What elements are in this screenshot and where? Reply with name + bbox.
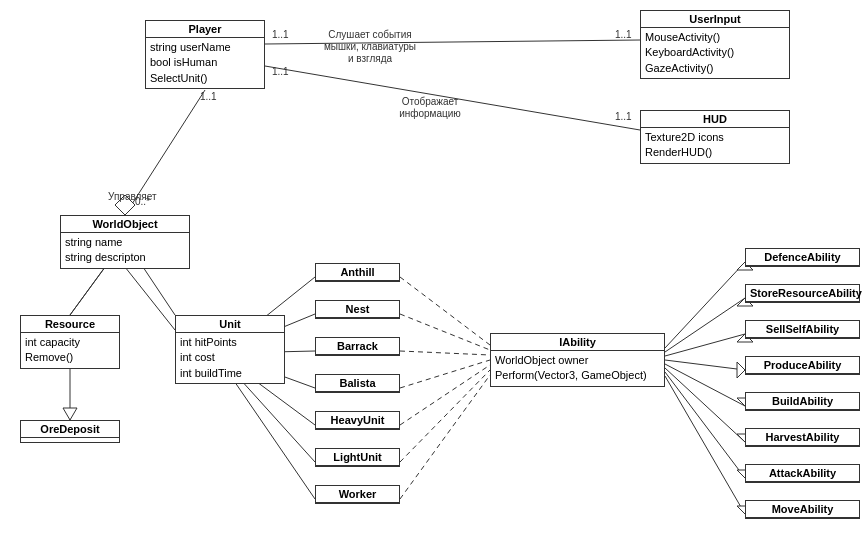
resource-line1: int capacity [25,335,115,350]
unit-line1: int hitPoints [180,335,280,350]
svg-text:мышки, клавиатуры: мышки, клавиатуры [324,41,416,52]
userinput-title: UserInput [641,11,789,28]
produceability-box: ProduceAbility [745,356,860,375]
svg-line-53 [665,372,745,478]
buildability-box: BuildAbility [745,392,860,411]
worldobject-body: string name string descripton [61,233,189,268]
attackability-title: AttackAbility [746,465,859,482]
worker-box: Worker [315,485,400,504]
player-line1: string userName [150,40,260,55]
svg-line-49 [665,364,745,406]
worldobject-line1: string name [65,235,185,250]
svg-text:1..1: 1..1 [615,29,632,40]
attackability-box: AttackAbility [745,464,860,483]
lightunit-title: LightUnit [316,449,399,466]
worldobject-title: WorldObject [61,216,189,233]
resource-title: Resource [21,316,119,333]
svg-line-35 [400,314,490,350]
oredeposit-title: OreDeposit [21,421,119,438]
storeresourceability-title: StoreResourceAbility [746,285,859,302]
iability-box: IAbility WorldObject owner Perform(Vecto… [490,333,665,387]
svg-marker-48 [737,362,745,378]
svg-line-6 [265,66,640,130]
storeresourceability-box: StoreResourceAbility [745,284,860,303]
svg-text:Управляет: Управляет [108,191,157,202]
resource-line2: Remove() [25,350,115,365]
harvestability-box: HarvestAbility [745,428,860,447]
sellselfability-box: SellSelfAbility [745,320,860,339]
svg-text:1..1: 1..1 [272,66,289,77]
moveability-title: MoveAbility [746,501,859,518]
nest-title: Nest [316,301,399,318]
svg-line-16 [125,267,175,330]
oredeposit-body [21,438,119,442]
sellselfability-title: SellSelfAbility [746,321,859,338]
iability-line2: Perform(Vector3, GameObject) [495,368,660,383]
resource-body: int capacity Remove() [21,333,119,368]
svg-line-51 [665,368,745,442]
resource-box: Resource int capacity Remove() [20,315,120,369]
svg-text:Отображает: Отображает [402,96,459,107]
player-box: Player string userName bool isHuman Sele… [145,20,265,89]
userinput-box: UserInput MouseActivity() KeyboardActivi… [640,10,790,79]
worldobject-box: WorldObject string name string descripto… [60,215,190,269]
player-line3: SelectUnit() [150,71,260,86]
hud-line2: RenderHUD() [645,145,785,160]
svg-text:1..1: 1..1 [200,91,217,102]
svg-line-38 [400,365,490,425]
unit-body: int hitPoints int cost int buildTime [176,333,284,383]
moveability-box: MoveAbility [745,500,860,519]
svg-text:0..*: 0..* [135,196,150,207]
diagram-container: 1..1 1..1 Слушает события мышки, клавиат… [0,0,865,553]
hud-title: HUD [641,111,789,128]
userinput-line1: MouseActivity() [645,30,785,45]
svg-line-45 [665,334,745,356]
svg-line-47 [665,360,745,370]
userinput-body: MouseActivity() KeyboardActivity() GazeA… [641,28,789,78]
iability-body: WorldObject owner Perform(Vector3, GameO… [491,351,664,386]
svg-line-34 [400,277,490,345]
svg-line-17 [70,267,105,315]
barrack-box: Barrack [315,337,400,356]
svg-marker-19 [63,408,77,420]
svg-line-37 [400,360,490,388]
svg-line-55 [665,376,745,514]
svg-text:1..1: 1..1 [615,111,632,122]
hud-box: HUD Texture2D icons RenderHUD() [640,110,790,164]
userinput-line3: GazeActivity() [645,61,785,76]
worldobject-line2: string descripton [65,250,185,265]
balista-title: Balista [316,375,399,392]
svg-line-43 [665,298,745,352]
svg-text:Слушает события: Слушает события [328,29,411,40]
unit-box: Unit int hitPoints int cost int buildTim… [175,315,285,384]
defenceability-title: DefenceAbility [746,249,859,266]
produceability-title: ProduceAbility [746,357,859,374]
nest-box: Nest [315,300,400,319]
iability-line1: WorldObject owner [495,353,660,368]
svg-line-40 [400,375,490,499]
svg-text:информацию: информацию [399,108,461,119]
heavyunit-box: HeavyUnit [315,411,400,430]
unit-line2: int cost [180,350,280,365]
harvestability-title: HarvestAbility [746,429,859,446]
svg-line-41 [665,262,745,348]
hud-body: Texture2D icons RenderHUD() [641,128,789,163]
barrack-title: Barrack [316,338,399,355]
anthill-title: Anthill [316,264,399,281]
worker-title: Worker [316,486,399,503]
svg-text:1..1: 1..1 [272,29,289,40]
heavyunit-title: HeavyUnit [316,412,399,429]
svg-line-32 [230,375,315,499]
svg-line-39 [400,370,490,462]
unit-line3: int buildTime [180,366,280,381]
oredeposit-box: OreDeposit [20,420,120,443]
player-line2: bool isHuman [150,55,260,70]
iability-title: IAbility [491,334,664,351]
unit-title: Unit [176,316,284,333]
balista-box: Balista [315,374,400,393]
svg-line-0 [265,40,640,44]
userinput-line2: KeyboardActivity() [645,45,785,60]
hud-line1: Texture2D icons [645,130,785,145]
defenceability-box: DefenceAbility [745,248,860,267]
svg-marker-12 [115,195,135,215]
